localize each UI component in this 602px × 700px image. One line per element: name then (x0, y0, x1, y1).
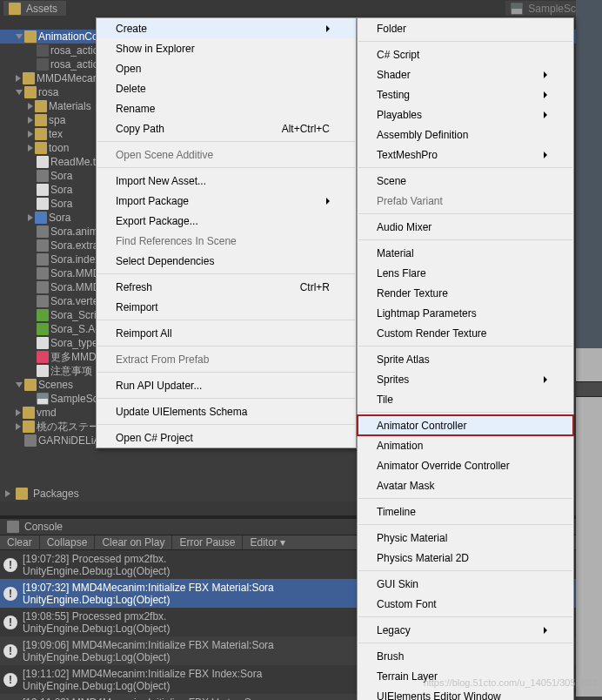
menu-item-sprite-atlas[interactable]: Sprite Atlas (358, 349, 573, 369)
menu-item-label: Physics Material 2D (377, 552, 469, 564)
expand-icon[interactable] (16, 75, 21, 82)
menu-item-label: Physic Material (377, 532, 447, 544)
submenu-arrow-icon (544, 627, 547, 634)
menu-item-label: Import Package (116, 195, 189, 207)
menu-item-gui-skin[interactable]: GUI Skin (358, 574, 573, 594)
menu-item-assembly-definition[interactable]: Assembly Definition (358, 125, 573, 145)
context-menu-asset[interactable]: CreateShow in ExplorerOpenDeleteRenameCo… (96, 17, 357, 448)
menu-item-reimport[interactable]: Reimport (97, 297, 356, 317)
info-icon: ! (3, 644, 17, 658)
expand-icon[interactable] (16, 423, 21, 430)
menu-item-timeline[interactable]: Timeline (358, 501, 573, 522)
menu-item-update-uielements-schema[interactable]: Update UIElements Schema (97, 401, 356, 421)
submenu-arrow-icon (544, 91, 547, 98)
menu-item-import-package[interactable]: Import Package (97, 191, 356, 211)
context-menu-create[interactable]: FolderC# ScriptShaderTestingPlayablesAss… (357, 17, 574, 700)
menu-item-avatar-mask[interactable]: Avatar Mask (358, 475, 573, 495)
menu-item-textmeshpro[interactable]: TextMeshPro (358, 145, 573, 165)
menu-item-run-api-updater[interactable]: Run API Updater... (97, 375, 356, 395)
menu-item-folder[interactable]: Folder (358, 18, 573, 38)
menu-item-open[interactable]: Open (97, 58, 356, 78)
menu-item-label: Playables (377, 109, 422, 121)
error-pause-button[interactable]: Error Pause (172, 535, 243, 549)
menu-item-legacy[interactable]: Legacy (358, 620, 573, 640)
scene-view[interactable] (576, 0, 602, 697)
spacer (28, 270, 35, 277)
anim-icon (37, 58, 49, 71)
label: Sora.MMD (50, 281, 100, 293)
generic-icon (24, 434, 37, 447)
submenu-arrow-icon (544, 71, 547, 78)
menu-item-reimport-all[interactable]: Reimport All (97, 323, 356, 343)
menu-item-render-texture[interactable]: Render Texture (358, 283, 573, 303)
menu-item-scene[interactable]: Scene (358, 171, 573, 191)
menu-item-show-in-explorer[interactable]: Show in Explorer (97, 38, 356, 58)
submenu-arrow-icon (544, 151, 547, 158)
info-icon: ! (3, 616, 17, 629)
expand-icon[interactable] (28, 131, 33, 138)
menu-item-delete[interactable]: Delete (97, 78, 356, 98)
menu-item-import-new-asset[interactable]: Import New Asset... (97, 171, 356, 191)
menu-shortcut: Ctrl+R (300, 281, 330, 293)
menu-item-audio-mixer[interactable]: Audio Mixer (358, 217, 573, 237)
expand-icon[interactable] (28, 103, 33, 110)
spacer (28, 47, 35, 54)
doc-icon (37, 198, 49, 210)
menu-item-lightmap-parameters[interactable]: Lightmap Parameters (358, 303, 573, 323)
spacer (28, 367, 35, 374)
spacer (28, 298, 35, 305)
label: Sora.anim (50, 225, 98, 238)
log-text: [19:11:02] MMD4Mecanim:Initialize FBX In… (23, 668, 262, 692)
folder-icon (35, 128, 47, 140)
menu-separator (358, 167, 572, 168)
menu-item-refresh[interactable]: RefreshCtrl+R (97, 277, 356, 297)
expand-icon[interactable] (16, 409, 21, 416)
menu-item-physics-material-2d[interactable]: Physics Material 2D (358, 548, 573, 568)
label: Sora (49, 212, 70, 224)
expand-icon[interactable] (16, 382, 23, 387)
tab-assets[interactable]: Assets (3, 1, 66, 16)
generic-icon (37, 253, 49, 266)
expand-icon[interactable] (16, 90, 23, 95)
menu-item-physic-material[interactable]: Physic Material (358, 528, 573, 548)
menu-item-rename[interactable]: Rename (97, 98, 356, 118)
menu-item-c-script[interactable]: C# Script (358, 44, 573, 64)
scene-icon (37, 393, 49, 405)
collapse-button[interactable]: Collapse (40, 535, 96, 549)
expand-icon[interactable] (28, 117, 33, 124)
generic-icon (37, 295, 49, 307)
menu-item-export-package[interactable]: Export Package... (97, 211, 356, 231)
menu-item-select-dependencies[interactable]: Select Dependencies (97, 251, 356, 271)
menu-item-label: UIElements Editor Window (377, 690, 501, 701)
menu-item-tile[interactable]: Tile (358, 389, 573, 409)
menu-item-custom-font[interactable]: Custom Font (358, 594, 573, 614)
clear-on-play-button[interactable]: Clear on Play (95, 535, 172, 549)
menu-item-animator-override-controller[interactable]: Animator Override Controller (358, 455, 573, 475)
menu-item-copy-path[interactable]: Copy PathAlt+Ctrl+C (97, 118, 356, 138)
menu-item-custom-render-texture[interactable]: Custom Render Texture (358, 323, 573, 343)
menu-item-testing[interactable]: Testing (358, 84, 573, 104)
expand-icon[interactable] (28, 214, 33, 221)
menu-item-brush[interactable]: Brush (358, 646, 573, 666)
menu-item-animation[interactable]: Animation (358, 435, 573, 455)
menu-separator (358, 213, 572, 214)
menu-item-open-c-project[interactable]: Open C# Project (97, 427, 356, 448)
menu-item-lens-flare[interactable]: Lens Flare (358, 263, 573, 283)
menu-item-create[interactable]: Create (97, 18, 356, 38)
menu-item-label: Select Dependencies (116, 255, 214, 267)
menu-separator (358, 498, 572, 499)
menu-item-playables[interactable]: Playables (358, 104, 573, 125)
expand-icon[interactable] (16, 34, 23, 39)
menu-item-label: Shader (377, 69, 411, 81)
menu-item-animator-controller[interactable]: Animator Controller (358, 415, 573, 435)
menu-item-material[interactable]: Material (358, 243, 573, 263)
clear-button[interactable]: Clear (0, 535, 40, 549)
expand-icon[interactable] (28, 145, 33, 151)
menu-item-label: C# Script (377, 49, 419, 61)
editor-dropdown[interactable]: Editor ▾ (243, 535, 292, 549)
menu-item-label: Animator Override Controller (377, 460, 510, 472)
expand-icon[interactable] (5, 490, 10, 497)
menu-item-sprites[interactable]: Sprites (358, 369, 573, 389)
menu-item-shader[interactable]: Shader (358, 64, 573, 84)
menu-item-uielements-editor-window[interactable]: UIElements Editor Window (358, 686, 573, 700)
